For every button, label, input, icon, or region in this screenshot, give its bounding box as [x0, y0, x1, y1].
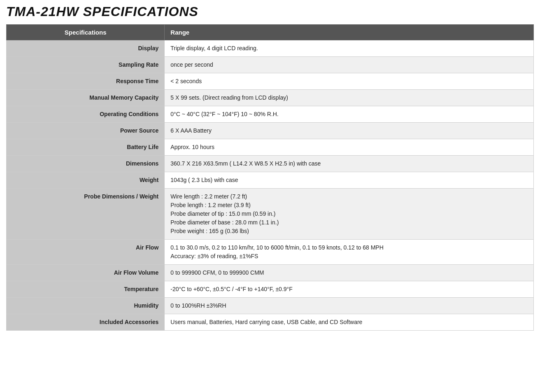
spec-label: Dimensions	[7, 156, 165, 172]
column-header-range: Range	[165, 25, 534, 40]
spec-value: 1043g ( 2.3 Lbs) with case	[165, 172, 534, 189]
table-row: Manual Memory Capacity5 X 99 sets. (Dire…	[7, 90, 534, 106]
spec-value: Wire length : 2.2 meter (7.2 ft)Probe le…	[165, 189, 534, 240]
spec-label: Power Source	[7, 123, 165, 139]
spec-value: once per second	[165, 57, 534, 73]
spec-value: 360.7 X 216 X63.5mm ( L14.2 X W8.5 X H2.…	[165, 156, 534, 172]
spec-value: 0°C ~ 40°C (32°F ~ 104°F) 10 ~ 80% R.H.	[165, 106, 534, 123]
spec-label: Air Flow Volume	[7, 265, 165, 281]
spec-value: 0.1 to 30.0 m/s, 0.2 to 110 km/hr, 10 to…	[165, 240, 534, 265]
table-row: Included AccessoriesUsers manual, Batter…	[7, 314, 534, 331]
spec-value: 6 X AAA Battery	[165, 123, 534, 139]
page-title: TMA-21HW SPECIFICATIONS	[6, 4, 534, 19]
spec-label: Display	[7, 40, 165, 57]
table-row: Humidity0 to 100%RH ±3%RH	[7, 298, 534, 314]
table-row: Dimensions360.7 X 216 X63.5mm ( L14.2 X …	[7, 156, 534, 172]
table-row: Weight1043g ( 2.3 Lbs) with case	[7, 172, 534, 189]
spec-label: Manual Memory Capacity	[7, 90, 165, 106]
spec-value: Triple display, 4 digit LCD reading.	[165, 40, 534, 57]
table-row: Operating Conditions0°C ~ 40°C (32°F ~ 1…	[7, 106, 534, 123]
spec-value: 0 to 100%RH ±3%RH	[165, 298, 534, 314]
specifications-table: Specifications Range DisplayTriple displ…	[6, 24, 534, 331]
spec-label: Humidity	[7, 298, 165, 314]
spec-label: Operating Conditions	[7, 106, 165, 123]
table-row: DisplayTriple display, 4 digit LCD readi…	[7, 40, 534, 57]
table-row: Temperature-20°C to +60°C, ±0.5°C / -4°F…	[7, 281, 534, 298]
spec-value: Approx. 10 hours	[165, 139, 534, 156]
table-row: Response Time< 2 seconds	[7, 73, 534, 90]
spec-label: Temperature	[7, 281, 165, 298]
spec-label: Probe Dimensions / Weight	[7, 189, 165, 240]
table-row: Power Source6 X AAA Battery	[7, 123, 534, 139]
spec-value: -20°C to +60°C, ±0.5°C / -4°F to +140°F,…	[165, 281, 534, 298]
spec-label: Air Flow	[7, 240, 165, 265]
spec-label: Battery Life	[7, 139, 165, 156]
spec-value: < 2 seconds	[165, 73, 534, 90]
table-row: Probe Dimensions / WeightWire length : 2…	[7, 189, 534, 240]
table-row: Air Flow0.1 to 30.0 m/s, 0.2 to 110 km/h…	[7, 240, 534, 265]
spec-label: Response Time	[7, 73, 165, 90]
spec-value: 5 X 99 sets. (Direct reading from LCD di…	[165, 90, 534, 106]
table-row: Battery LifeApprox. 10 hours	[7, 139, 534, 156]
spec-label: Weight	[7, 172, 165, 189]
spec-value: 0 to 999900 CFM, 0 to 999900 CMM	[165, 265, 534, 281]
table-row: Air Flow Volume0 to 999900 CFM, 0 to 999…	[7, 265, 534, 281]
spec-label: Included Accessories	[7, 314, 165, 331]
table-row: Sampling Rateonce per second	[7, 57, 534, 73]
spec-value: Users manual, Batteries, Hard carrying c…	[165, 314, 534, 331]
spec-label: Sampling Rate	[7, 57, 165, 73]
column-header-spec: Specifications	[7, 25, 165, 40]
